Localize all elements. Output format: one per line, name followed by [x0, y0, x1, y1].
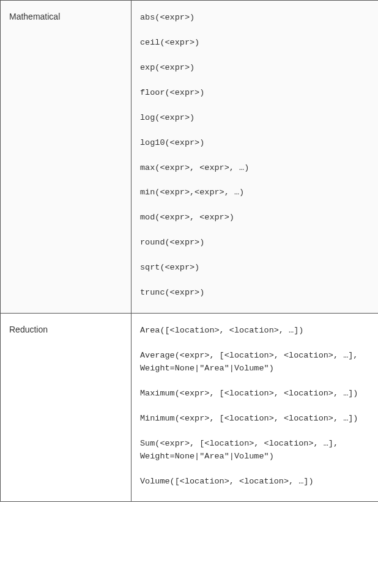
function-signature: ceil(<expr>)	[140, 37, 369, 50]
functions-cell-mathematical: abs(<expr>) ceil(<expr>) exp(<expr>) flo…	[132, 1, 379, 314]
function-signature: abs(<expr>)	[140, 12, 369, 24]
function-signature: exp(<expr>)	[140, 62, 369, 75]
function-reference-table: Mathematical abs(<expr>) ceil(<expr>) ex…	[0, 0, 378, 502]
function-signature: Area([<location>, <location>, …])	[140, 325, 369, 337]
table-row: Reduction Area([<location>, <location>, …	[1, 314, 379, 502]
table-row: Mathematical abs(<expr>) ceil(<expr>) ex…	[1, 1, 379, 314]
function-signature: Average(<expr>, [<location>, <location>,…	[140, 350, 369, 375]
category-label: Reduction	[9, 325, 48, 334]
function-signature: trunc(<expr>)	[140, 287, 369, 300]
function-signature: round(<expr>)	[140, 237, 369, 249]
function-signature: Maximum(<expr>, [<location>, <location>,…	[140, 388, 369, 400]
function-signature: log10(<expr>)	[140, 137, 369, 150]
function-signature: max(<expr>, <expr>, …)	[140, 162, 369, 175]
function-signature: log(<expr>)	[140, 112, 369, 125]
function-signature: mod(<expr>, <expr>)	[140, 211, 369, 224]
function-signature: Volume([<location>, <location>, …])	[140, 476, 369, 488]
function-signature: Minimum(<expr>, [<location>, <location>,…	[140, 413, 369, 425]
functions-cell-reduction: Area([<location>, <location>, …]) Averag…	[132, 314, 379, 502]
category-cell-mathematical: Mathematical	[1, 1, 132, 314]
category-cell-reduction: Reduction	[1, 314, 132, 502]
function-signature: sqrt(<expr>)	[140, 262, 369, 274]
category-label: Mathematical	[9, 12, 60, 21]
function-signature: Sum(<expr>, [<location>, <location>, …],…	[140, 438, 369, 463]
function-signature: floor(<expr>)	[140, 87, 369, 100]
function-signature: min(<expr>,<expr>, …)	[140, 186, 369, 199]
